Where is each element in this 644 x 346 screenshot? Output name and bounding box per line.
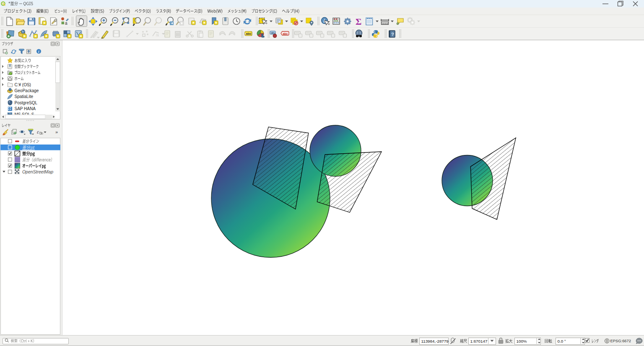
svg-text:/x: /x <box>156 33 159 37</box>
svg-text:ab: ab <box>271 31 275 34</box>
svg-text:a: a <box>65 21 68 26</box>
svg-text:abc: abc <box>283 32 288 35</box>
svg-text:»: » <box>55 129 58 134</box>
svg-text:abc: abc <box>246 32 252 36</box>
svg-text:Σ: Σ <box>356 16 361 27</box>
svg-text:?: ? <box>391 32 394 37</box>
svg-text:ε: ε <box>37 129 39 135</box>
